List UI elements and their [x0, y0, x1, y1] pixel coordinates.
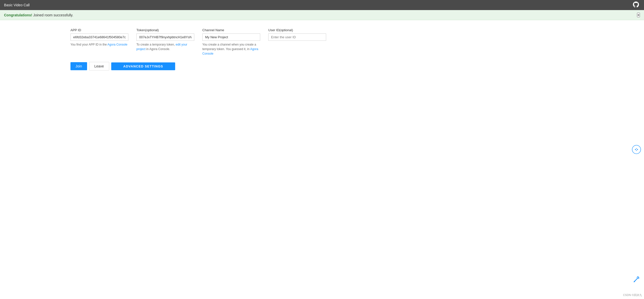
- chat-icon[interactable]: [632, 145, 641, 154]
- fields-row: APP ID You find your APP ID in the Agora…: [70, 28, 326, 56]
- tools-icon[interactable]: [632, 275, 641, 284]
- agora-console-link-appid[interactable]: Agora Console: [107, 43, 127, 46]
- svg-point-1: [635, 149, 636, 150]
- channel-group: Channel Name You create a channel when y…: [202, 28, 260, 56]
- token-hint: To create a temporary token, edit your p…: [136, 42, 194, 51]
- app-id-hint: You find your APP ID in the Agora Consol…: [70, 42, 128, 47]
- user-id-input[interactable]: [268, 33, 326, 41]
- svg-line-5: [634, 278, 637, 282]
- advanced-settings-button[interactable]: ADVANCED SETTINGS: [111, 62, 175, 70]
- user-id-group: User ID(optional): [268, 28, 326, 41]
- app-id-label: APP ID: [70, 28, 128, 32]
- github-icon[interactable]: [633, 2, 640, 9]
- app-id-group: APP ID You find your APP ID in the Agora…: [70, 28, 128, 47]
- app-title: Basic Video Call: [4, 3, 30, 7]
- token-input[interactable]: [136, 33, 194, 41]
- titlebar: Basic Video Call: [0, 0, 644, 10]
- token-group: Token(optional) To create a temporary to…: [136, 28, 194, 51]
- success-message: Congratulations! Joined room successfull…: [4, 13, 73, 17]
- user-id-label: User ID(optional): [268, 28, 326, 32]
- join-button[interactable]: Join: [70, 62, 87, 70]
- leave-button[interactable]: Leave: [89, 62, 109, 70]
- channel-label: Channel Name: [202, 28, 260, 32]
- channel-hint: You create a channel when you create a t…: [202, 42, 260, 56]
- app-id-input[interactable]: [70, 33, 128, 41]
- svg-point-0: [632, 145, 641, 154]
- success-banner: Congratulations! Joined room successfull…: [0, 10, 644, 20]
- svg-point-2: [637, 149, 638, 150]
- token-label: Token(optional): [136, 28, 194, 32]
- banner-close-button[interactable]: ×: [637, 13, 640, 17]
- channel-input[interactable]: [202, 33, 260, 41]
- buttons-row: Join Leave ADVANCED SETTINGS: [70, 62, 175, 70]
- success-bold: Congratulations!: [4, 13, 32, 17]
- svg-point-3: [636, 148, 637, 149]
- footer-text: CSDN ©四沐九: [623, 293, 642, 297]
- main-content: APP ID You find your APP ID in the Agora…: [0, 20, 644, 70]
- success-text: Joined room successfully.: [32, 13, 73, 17]
- svg-point-4: [636, 150, 637, 151]
